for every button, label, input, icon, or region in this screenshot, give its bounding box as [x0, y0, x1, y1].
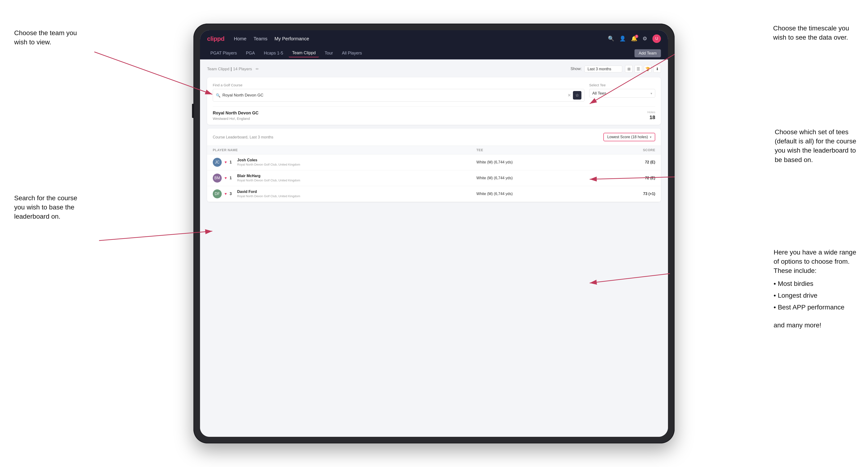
course-search-wrap: 🔍 ✕ ☆ — [213, 89, 585, 102]
leaderboard-header: Course Leaderboard, Last 3 months Lowest… — [207, 129, 661, 146]
player-tee-2: White (M) (6,744 yds) — [471, 186, 598, 202]
player-name-1: Blair McHarg — [237, 174, 300, 178]
team-header-row: Team Clippd | 14 Players ✏ Show: Last 3 … — [207, 65, 661, 73]
player-score-2: 73 (+1) — [598, 186, 661, 202]
player-cell-0: JC ♥ 1 Josh Coles Royal North Devon Golf… — [207, 154, 471, 170]
find-course-label: Find a Golf Course — [213, 83, 585, 87]
holes-count: 18 — [647, 115, 655, 121]
leaderboard-table: PLAYER NAME TEE SCORE JC ♥ 1 Josh Coles … — [207, 146, 661, 202]
tee-select-wrap: All Tees White (M) Yellow Red ▾ — [589, 89, 655, 98]
course-info: Royal North Devon GC Westward Ho!, Engla… — [213, 111, 258, 121]
tablet-device: clippd Home Teams My Performance 🔍 👤 🔔 1… — [193, 24, 675, 443]
player-tee-1: White (M) (6,744 yds) — [471, 170, 598, 186]
heart-icon-0[interactable]: ♥ — [224, 160, 227, 164]
player-rank-2: 3 — [230, 192, 235, 196]
player-avatar-2: DF — [213, 189, 222, 198]
sub-nav-right: Add Team — [634, 49, 661, 57]
grid-view-button[interactable]: ⊞ — [625, 65, 632, 73]
add-team-button[interactable]: Add Team — [634, 49, 661, 57]
navbar-right: 🔍 👤 🔔 1 ⚙ U — [608, 34, 661, 43]
settings-icon[interactable]: ⚙ — [643, 36, 647, 42]
score-chevron-icon: ▾ — [650, 135, 651, 139]
nav-teams[interactable]: Teams — [253, 36, 268, 41]
app-navbar: clippd Home Teams My Performance 🔍 👤 🔔 1… — [200, 30, 668, 47]
annotation-top-right: Choose the timescale you wish to see the… — [773, 24, 849, 42]
tee-select[interactable]: All Tees White (M) Yellow Red — [592, 91, 651, 96]
player-score-1: 72 (E) — [598, 170, 661, 186]
player-name-0: Josh Coles — [237, 158, 300, 162]
tee-chevron-icon: ▾ — [651, 92, 652, 95]
holes-badge: Holes 18 — [647, 111, 655, 121]
show-label: Show: — [570, 66, 582, 71]
search-icon[interactable]: 🔍 — [608, 36, 614, 42]
search-panel: Find a Golf Course 🔍 ✕ ☆ Select Tee Al — [207, 77, 661, 125]
nav-links: Home Teams My Performance — [234, 36, 309, 41]
col-tee: TEE — [471, 146, 598, 154]
score-type-selector[interactable]: Lowest Score (18 holes) ▾ — [603, 133, 655, 141]
course-search-input[interactable] — [222, 93, 566, 98]
col-score: SCORE — [598, 146, 661, 154]
tablet-side-button — [192, 104, 193, 118]
player-cell-2: DF ♥ 3 David Ford Royal North Devon Golf… — [207, 186, 471, 202]
player-name-col-2: David Ford Royal North Devon Golf Club, … — [237, 190, 300, 198]
bullet-item-1: Most birdies — [774, 278, 856, 290]
bullet-item-2: Longest drive — [774, 290, 856, 302]
course-name: Royal North Devon GC — [213, 111, 258, 116]
nav-my-performance[interactable]: My Performance — [275, 36, 309, 41]
player-club-2: Royal North Devon Golf Club, United King… — [237, 194, 300, 198]
course-result-row: Royal North Devon GC Westward Ho!, Engla… — [213, 106, 655, 125]
favorite-button[interactable]: ☆ — [573, 91, 582, 99]
col-player-name: PLAYER NAME — [207, 146, 471, 154]
player-tee-0: White (M) (6,744 yds) — [471, 154, 598, 170]
leaderboard-title: Course Leaderboard, Last 3 months — [213, 135, 273, 139]
download-button[interactable]: ⬇ — [653, 65, 661, 73]
tab-all-players[interactable]: All Players — [339, 49, 365, 57]
search-icon-small: 🔍 — [216, 93, 220, 98]
player-club-0: Royal North Devon Golf Club, United King… — [237, 163, 300, 166]
and-more-text: and many more! — [774, 320, 856, 330]
show-dropdown[interactable]: Last 3 months Last 6 months Last year — [585, 66, 622, 72]
tab-pga[interactable]: PGA — [243, 49, 258, 57]
tee-label: Select Tee — [589, 83, 655, 87]
bell-icon[interactable]: 🔔 1 — [631, 36, 637, 42]
annotation-middle-right: Choose which set of tees (default is all… — [775, 127, 857, 164]
player-cell-1: BM ♥ 1 Blair McHarg Royal North Devon Go… — [207, 170, 471, 186]
sub-nav: PGAT Players PGA Hcaps 1-5 Team Clippd T… — [200, 47, 668, 59]
holes-label: Holes — [647, 111, 655, 114]
leaderboard-section: Course Leaderboard, Last 3 months Lowest… — [207, 129, 661, 202]
player-name-col-1: Blair McHarg Royal North Devon Golf Club… — [237, 174, 300, 182]
tee-col: Select Tee All Tees White (M) Yellow Red… — [589, 83, 655, 102]
edit-icon[interactable]: ✏ — [256, 67, 259, 71]
annotation-bottom-right: Here you have a wide range of options to… — [774, 248, 856, 330]
nav-home[interactable]: Home — [234, 36, 247, 41]
tab-team-clippd[interactable]: Team Clippd — [289, 49, 319, 57]
player-name-col-0: Josh Coles Royal North Devon Golf Club, … — [237, 158, 300, 166]
table-row: DF ♥ 3 David Ford Royal North Devon Golf… — [207, 186, 661, 202]
table-row: JC ♥ 1 Josh Coles Royal North Devon Golf… — [207, 154, 661, 170]
trophy-view-button[interactable]: 🏆 — [644, 65, 651, 73]
view-icons: ⊞ ☰ 🏆 ⬇ — [625, 65, 661, 73]
show-dropdown-wrap: Last 3 months Last 6 months Last year — [585, 66, 622, 72]
table-header-row: PLAYER NAME TEE SCORE — [207, 146, 661, 154]
user-avatar[interactable]: U — [652, 34, 661, 43]
annotation-bottom-left: Search for the course you wish to base t… — [14, 193, 78, 221]
tab-tour[interactable]: Tour — [321, 49, 336, 57]
heart-icon-1[interactable]: ♥ — [224, 176, 227, 180]
app-logo: clippd — [207, 35, 224, 42]
table-row: BM ♥ 1 Blair McHarg Royal North Devon Go… — [207, 170, 661, 186]
team-title-group: Team Clippd | 14 Players ✏ — [207, 66, 259, 71]
list-view-button[interactable]: ☰ — [634, 65, 642, 73]
tab-pgat-players[interactable]: PGAT Players — [207, 49, 240, 57]
heart-icon-2[interactable]: ♥ — [224, 192, 227, 196]
find-course-col: Find a Golf Course 🔍 ✕ ☆ — [213, 83, 585, 102]
search-panel-top: Find a Golf Course 🔍 ✕ ☆ Select Tee Al — [213, 83, 655, 102]
tablet-screen: clippd Home Teams My Performance 🔍 👤 🔔 1… — [200, 30, 668, 437]
person-icon[interactable]: 👤 — [619, 36, 626, 42]
player-rank-0: 1 — [230, 160, 235, 164]
tab-hcaps[interactable]: Hcaps 1-5 — [260, 49, 286, 57]
annotation-top-left: Choose the team you wish to view. — [14, 28, 77, 47]
player-score-0: 72 (E) — [598, 154, 661, 170]
player-name-2: David Ford — [237, 190, 300, 194]
clear-search-button[interactable]: ✕ — [567, 93, 571, 98]
score-type-label: Lowest Score (18 holes) — [607, 135, 648, 139]
